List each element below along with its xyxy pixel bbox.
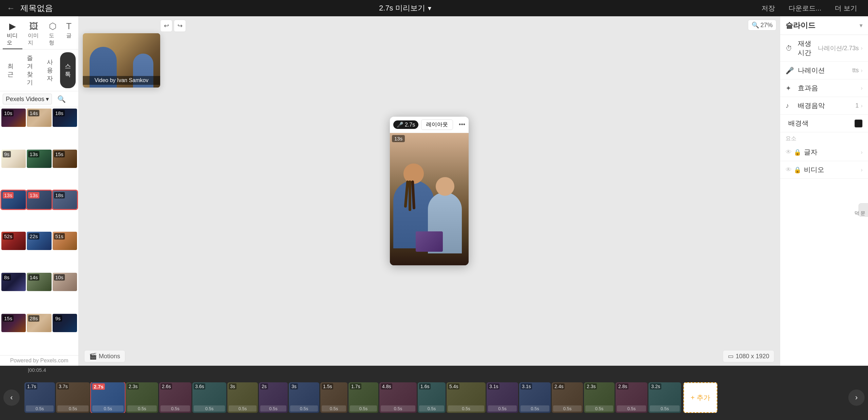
timeline-clip-13[interactable]: 1.6s 0.5s [418, 382, 446, 413]
phone-layout-button[interactable]: 레이아웃 [421, 119, 453, 130]
timeline-clip-2[interactable]: 3.7s 0.5s [56, 382, 90, 413]
timeline-add-button[interactable]: + 추가 [683, 382, 717, 413]
video-lock-icon[interactable]: 🔒 [794, 166, 801, 174]
video-layer-chevron-icon[interactable]: › [861, 167, 863, 173]
row-bgmusic[interactable]: ♪ 배경음악 1 › [780, 97, 868, 115]
timeline-clip-active[interactable]: 2.7s 0.5s 3 [91, 382, 125, 413]
side-toggle-label: 문덕 [854, 208, 866, 212]
tab-text[interactable]: T 글 [62, 19, 76, 49]
tab-shape[interactable]: ⬡ 도형 [45, 19, 61, 49]
row-playtime[interactable]: ⏱ 재생시간 나레이션/2.73s › [780, 35, 868, 62]
slide-time-badge: 13s [392, 135, 405, 142]
back-button[interactable]: ← [7, 3, 15, 13]
source-chevron-icon: ▾ [46, 95, 49, 103]
timeline-clip-18[interactable]: 2.3s 0.5s [584, 382, 615, 413]
timeline-clip-17[interactable]: 2.4s 0.5s [552, 382, 583, 413]
video-thumb-17[interactable]: 28s [27, 314, 51, 332]
tab-favorites[interactable]: 즐겨찾기 [20, 52, 40, 88]
tab-stock[interactable]: 스톡 [60, 52, 76, 88]
download-button[interactable]: 다운로드... [785, 2, 826, 14]
more-button[interactable]: 더 보기 [831, 2, 861, 14]
duration-17: 28s [28, 315, 39, 322]
timeline: |00:05.4 ‹ 1.7s 0.5s 3.7s 0.5s 2.7s 0.5s… [0, 366, 868, 420]
clip-6-sub: 0.5s [194, 405, 225, 412]
timeline-tracks: ‹ 1.7s 0.5s 3.7s 0.5s 2.7s 0.5s 3 2.3s 0… [0, 375, 868, 420]
timeline-clip-1[interactable]: 1.7s 0.5s [24, 382, 55, 413]
video-thumb-15[interactable]: 10s [53, 273, 77, 291]
video-thumb-12[interactable]: 51s [53, 232, 77, 250]
timeline-clip-19[interactable]: 2.8s 0.5s [616, 382, 647, 413]
phone-more-button[interactable]: ••• [459, 121, 465, 128]
search-button[interactable]: 🔍 [54, 93, 69, 105]
timeline-clip-4[interactable]: 2.3s 0.5s [126, 382, 158, 413]
text-eye-icon[interactable]: 👁 [786, 149, 792, 156]
timeline-clip-8[interactable]: 2s 0.5s [259, 382, 288, 413]
video-thumb-16[interactable]: 15s [1, 314, 26, 332]
timeline-next-button[interactable]: › [848, 389, 865, 406]
undo-button[interactable]: ↩ [160, 20, 172, 32]
timeline-prev-button[interactable]: ‹ [3, 389, 20, 406]
tab-recent[interactable]: 최근 [3, 52, 18, 88]
video-eye-icon[interactable]: 👁 [786, 166, 792, 173]
clip-18-sub: 0.5s [585, 405, 613, 412]
video-thumb-2[interactable]: 14s [27, 109, 51, 127]
clip-10-duration: 1.5s [322, 383, 333, 389]
content-tabs: 최근 즐겨찾기 사용자 스톡 [0, 50, 78, 91]
duration-3: 18s [54, 110, 65, 116]
text-lock-icon[interactable]: 🔒 [794, 149, 801, 156]
tab-video[interactable]: ▶ 비디오 [3, 19, 22, 49]
save-button[interactable]: 저장 [757, 2, 779, 14]
dimensions-badge: ▭ 1080 x 1920 [723, 350, 774, 362]
timeline-clip-16[interactable]: 3.1s 0.5s [519, 382, 551, 413]
row-narration[interactable]: 🎤 나레이션 tts › [780, 62, 868, 79]
row-bgcolor[interactable]: 배경색 [780, 115, 868, 132]
powered-by: Powered by Pexels.com [0, 355, 78, 366]
motions-button[interactable]: 🎬 Motions [84, 350, 125, 362]
video-thumb-9[interactable]: 18s [53, 191, 77, 209]
preview-dropdown-arrow[interactable]: ▾ [428, 4, 431, 12]
top-bar-center: 2.7s 미리보기 ▾ [379, 3, 431, 13]
bgcolor-swatch[interactable] [854, 119, 863, 128]
clip-14-duration: 5.4s [448, 383, 459, 389]
text-layer-chevron-icon[interactable]: › [861, 149, 863, 155]
video-thumb-13[interactable]: 8s [1, 273, 26, 291]
clip-8-sub: 0.5s [260, 405, 286, 412]
video-thumb-11[interactable]: 22s [27, 232, 51, 250]
zoom-badge[interactable]: 🔍 27% [748, 20, 776, 31]
video-thumb-5[interactable]: 13s [27, 150, 51, 168]
source-dropdown[interactable]: Pexels Videos ▾ [3, 94, 52, 104]
video-thumb-6[interactable]: 15s [53, 150, 77, 168]
clip-11-duration: 1.7s [350, 383, 361, 389]
video-thumb-4[interactable]: 9s [1, 150, 26, 168]
timeline-clip-11[interactable]: 1.7s 0.5s [348, 382, 378, 413]
clip-1-duration: 1.7s [26, 383, 37, 389]
timeline-clip-20[interactable]: 3.2s 0.5s [648, 382, 681, 413]
video-thumb-1[interactable]: 10s [1, 109, 26, 127]
timeline-clip-12[interactable]: 4.8s 0.5s [379, 382, 417, 413]
video-thumb-14[interactable]: 14s [27, 273, 51, 291]
row-sfx[interactable]: ✦ 효과음 › [780, 79, 868, 97]
timeline-clip-14[interactable]: 5.4s 0.5s [447, 382, 486, 413]
timeline-clip-7[interactable]: 3s 0.5s [227, 382, 258, 413]
section-elements-label: 요소 [780, 132, 868, 144]
narration-icon: 🎤 [786, 66, 795, 75]
timeline-clip-15[interactable]: 3.1s 0.5s [487, 382, 518, 413]
tab-image[interactable]: 🖼 이미지 [24, 19, 43, 49]
tab-users[interactable]: 사용자 [41, 52, 59, 88]
video-thumb-10[interactable]: 52s [1, 232, 26, 250]
video-thumb-7[interactable]: 13s [1, 191, 26, 209]
right-panel-dropdown-icon[interactable]: ▾ [860, 22, 863, 29]
duration-6: 15s [54, 151, 65, 157]
clip-16-duration: 3.1s [521, 383, 532, 389]
timeline-clip-9[interactable]: 3s 0.5s [289, 382, 319, 413]
right-panel: 슬라이드 ▾ ⏱ 재생시간 나레이션/2.73s › 🎤 나레이션 tts › … [780, 16, 868, 366]
redo-button[interactable]: ↪ [174, 20, 186, 32]
video-thumb-8[interactable]: 13s [27, 191, 51, 209]
video-thumb-3[interactable]: 18s [53, 109, 77, 127]
image-icon: 🖼 [29, 21, 38, 32]
timeline-clip-10[interactable]: 1.5s 0.5s [320, 382, 347, 413]
side-toggle[interactable]: 문덕 [858, 203, 868, 217]
timeline-clip-5[interactable]: 2.6s 0.5s [159, 382, 191, 413]
timeline-clip-6[interactable]: 3.6s 0.5s [192, 382, 226, 413]
video-thumb-18[interactable]: 9s [53, 314, 77, 332]
